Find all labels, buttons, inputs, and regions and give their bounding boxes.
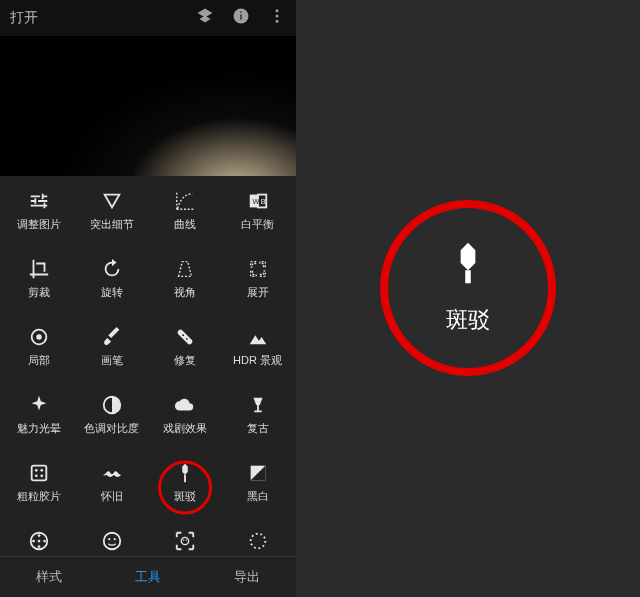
tool-label: 旋转	[101, 285, 123, 300]
svg-point-33	[185, 539, 186, 540]
tool-label: 曲线	[174, 217, 196, 232]
tool-perspective[interactable]: 视角	[148, 258, 221, 320]
tool-label: 黑白	[247, 489, 269, 504]
dice-icon	[28, 462, 50, 484]
svg-point-17	[34, 469, 37, 472]
svg-rect-2	[240, 12, 242, 14]
mustache-icon	[101, 462, 123, 484]
face-focus-icon	[174, 530, 196, 552]
curves-icon	[174, 190, 196, 212]
tool-label: 戏剧效果	[163, 421, 207, 436]
tool-tonal-contrast[interactable]: 色调对比度	[75, 394, 148, 456]
tool-grainy-film[interactable]: 粗粒胶片	[2, 462, 75, 524]
tool-glamour[interactable]: 魅力光晕	[2, 394, 75, 456]
tool-label: 调整图片	[17, 217, 61, 232]
sparkle-icon	[28, 394, 50, 416]
tool-label: 局部	[28, 353, 50, 368]
tool-label: HDR 景观	[233, 353, 282, 368]
tool-rotate[interactable]: 旋转	[75, 258, 148, 320]
tool-label: 剪裁	[28, 285, 50, 300]
svg-point-13	[182, 334, 184, 336]
tool-vintage[interactable]: 复古	[221, 394, 294, 456]
expand-icon	[247, 258, 269, 280]
tool-details[interactable]: 突出细节	[75, 190, 148, 252]
perspective-icon	[174, 258, 196, 280]
svg-rect-1	[240, 15, 242, 20]
svg-text:W: W	[252, 197, 259, 206]
tool-healing[interactable]: 修复	[148, 326, 221, 388]
info-icon[interactable]	[232, 7, 250, 29]
sliders-icon	[28, 190, 50, 212]
svg-point-31	[181, 537, 188, 544]
bottom-tabs: 样式 工具 导出	[0, 556, 296, 597]
svg-rect-12	[176, 329, 193, 346]
mountains-icon	[247, 326, 269, 348]
svg-text:B: B	[260, 197, 265, 206]
svg-point-5	[276, 20, 279, 23]
svg-point-29	[108, 538, 110, 540]
svg-point-26	[43, 540, 46, 543]
triangle-down-icon	[101, 190, 123, 212]
layers-icon[interactable]	[196, 7, 214, 29]
tool-expand[interactable]: 展开	[221, 258, 294, 320]
tool-brush[interactable]: 画笔	[75, 326, 148, 388]
tool-grunge[interactable]: 斑驳	[148, 462, 221, 524]
overflow-icon[interactable]	[268, 7, 286, 29]
svg-point-25	[32, 540, 35, 543]
svg-point-34	[250, 534, 265, 549]
tool-drama[interactable]: 戏剧效果	[148, 394, 221, 456]
svg-point-3	[276, 9, 279, 12]
tools-grid: 调整图片 突出细节 曲线 WB 白平衡 剪裁 旋转	[0, 176, 296, 592]
tool-bw[interactable]: 黑白	[221, 462, 294, 524]
tab-styles[interactable]: 样式	[0, 558, 99, 596]
svg-point-18	[40, 469, 43, 472]
tool-tune[interactable]: 调整图片	[2, 190, 75, 252]
bw-square-icon	[247, 462, 269, 484]
guitar-head-icon	[174, 462, 196, 484]
tool-label: 修复	[174, 353, 196, 368]
tab-tools[interactable]: 工具	[99, 558, 198, 596]
tool-white-balance[interactable]: WB 白平衡	[221, 190, 294, 252]
tool-label: 视角	[174, 285, 196, 300]
tool-label: 色调对比度	[84, 421, 139, 436]
face-icon	[101, 530, 123, 552]
tool-hdr[interactable]: HDR 景观	[221, 326, 294, 388]
svg-point-24	[37, 545, 40, 548]
tool-retrolux[interactable]: 怀旧	[75, 462, 148, 524]
svg-point-27	[37, 540, 40, 543]
tool-label: 画笔	[101, 353, 123, 368]
film-reel-icon	[28, 530, 50, 552]
image-preview	[0, 36, 296, 176]
open-button[interactable]: 打开	[10, 9, 38, 27]
svg-point-32	[182, 539, 183, 540]
svg-point-20	[40, 474, 43, 477]
dotted-circle-icon	[247, 530, 269, 552]
detail-panel	[296, 0, 640, 597]
tool-label: 斑驳	[174, 489, 196, 504]
tool-label: 魅力光晕	[17, 421, 61, 436]
contrast-icon	[101, 394, 123, 416]
svg-point-4	[276, 15, 279, 18]
tool-label: 怀旧	[101, 489, 123, 504]
svg-point-10	[36, 334, 42, 340]
tool-selective[interactable]: 局部	[2, 326, 75, 388]
svg-point-28	[103, 533, 120, 550]
svg-rect-16	[31, 466, 46, 481]
svg-point-30	[113, 538, 115, 540]
tool-crop[interactable]: 剪裁	[2, 258, 75, 320]
svg-point-14	[185, 338, 187, 340]
cloud-icon	[174, 394, 196, 416]
top-bar: 打开	[0, 0, 296, 36]
tab-export[interactable]: 导出	[197, 558, 296, 596]
tool-label: 突出细节	[90, 217, 134, 232]
svg-point-23	[37, 534, 40, 537]
rotate-icon	[101, 258, 123, 280]
bandage-icon	[174, 326, 196, 348]
tool-label: 粗粒胶片	[17, 489, 61, 504]
tool-label: 白平衡	[241, 217, 274, 232]
tool-curves[interactable]: 曲线	[148, 190, 221, 252]
crop-icon	[28, 258, 50, 280]
tool-label: 复古	[247, 421, 269, 436]
target-icon	[28, 326, 50, 348]
svg-point-19	[34, 474, 37, 477]
